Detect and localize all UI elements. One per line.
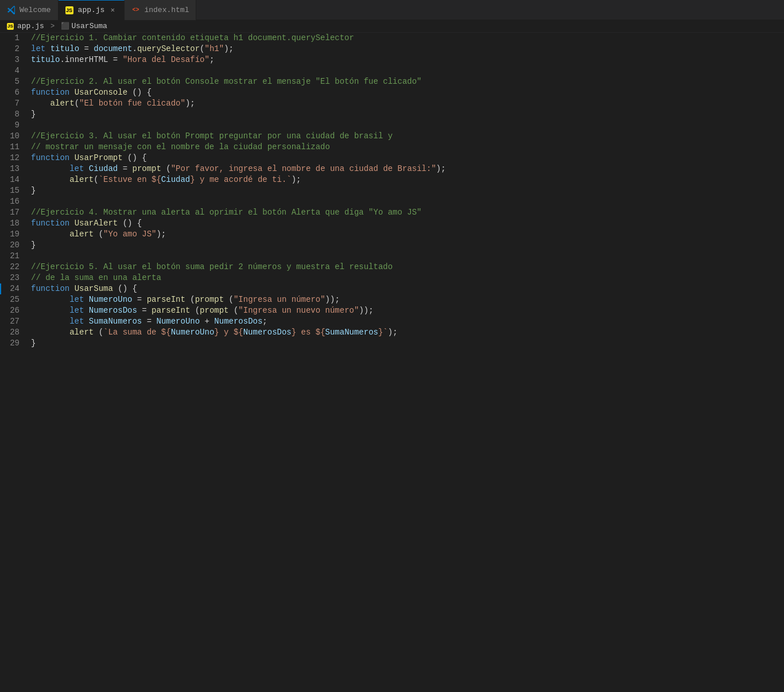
breadcrumb-symbol: UsarSuma <box>71 22 107 30</box>
breadcrumb: JS app.js > ⬛ UsarSuma <box>0 20 784 33</box>
line-number-15: 15 <box>0 185 29 196</box>
line-number-14: 14 <box>0 174 29 185</box>
line-content-5: //Ejercicio 2. Al usar el botón Console … <box>29 76 784 87</box>
line-content-16 <box>29 196 784 207</box>
tab-bar: Welcome JS app.js ✕ <> index.html <box>0 0 784 20</box>
line-number-20: 20 <box>0 240 29 251</box>
code-line-10: 10//Ejercicio 3. Al usar el botón Prompt… <box>0 131 784 142</box>
line-number-1: 1 <box>0 33 29 44</box>
line-content-28: alert (`La suma de ${NumeroUno} y ${Nume… <box>29 327 784 338</box>
line-content-9 <box>29 120 784 131</box>
line-content-6: function UsarConsole () { <box>29 87 784 98</box>
line-content-21 <box>29 251 784 262</box>
tab-appjs[interactable]: JS app.js ✕ <box>59 0 125 20</box>
line-content-14: alert(`Estuve en ${Ciudad} y me acordé d… <box>29 174 784 185</box>
tab-indexhtml[interactable]: <> index.html <box>125 0 196 20</box>
line-number-23: 23 <box>0 273 29 283</box>
line-number-2: 2 <box>0 44 29 55</box>
code-line-8: 8} <box>0 109 784 120</box>
line-number-22: 22 <box>0 262 29 273</box>
code-line-24: 24function UsarSuma () { <box>0 283 784 294</box>
code-line-14: 14 alert(`Estuve en ${Ciudad} y me acord… <box>0 174 784 185</box>
line-number-16: 16 <box>0 196 29 207</box>
line-number-6: 6 <box>0 87 29 98</box>
line-content-19: alert ("Yo amo JS"); <box>29 229 784 240</box>
line-number-25: 25 <box>0 294 29 305</box>
line-content-4 <box>29 65 784 76</box>
line-number-10: 10 <box>0 131 29 142</box>
code-line-3: 3titulo.innerHTML = "Hora del Desafío"; <box>0 55 784 65</box>
code-line-2: 2let titulo = document.querySelector("h1… <box>0 44 784 55</box>
js-tab-icon: JS <box>65 6 73 14</box>
code-line-13: 13 let Ciudad = prompt ("Por favor, ingr… <box>0 164 784 174</box>
line-content-1: //Ejercicio 1. Cambiar contenido etiquet… <box>29 33 784 44</box>
code-line-29: 29} <box>0 338 784 349</box>
line-content-12: function UsarPrompt () { <box>29 153 784 164</box>
line-content-23: // de la suma en una alerta <box>29 273 784 283</box>
tab-indexhtml-label: index.html <box>144 6 189 14</box>
line-number-26: 26 <box>0 305 29 316</box>
tab-close-button[interactable]: ✕ <box>108 6 117 15</box>
code-line-11: 11// mostrar un mensaje con el nombre de… <box>0 142 784 153</box>
code-line-25: 25 let NumeroUno = parseInt (prompt ("In… <box>0 294 784 305</box>
line-content-15: } <box>29 185 784 196</box>
line-content-20: } <box>29 240 784 251</box>
line-content-27: let SumaNumeros = NumeroUno + NumerosDos… <box>29 316 784 327</box>
active-line-indicator <box>0 283 1 294</box>
line-number-4: 4 <box>0 65 29 76</box>
code-line-26: 26 let NumerosDos = parseInt (prompt ("I… <box>0 305 784 316</box>
line-number-9: 9 <box>0 120 29 131</box>
code-line-9: 9 <box>0 120 784 131</box>
line-content-2: let titulo = document.querySelector("h1"… <box>29 44 784 55</box>
line-number-17: 17 <box>0 207 29 218</box>
html-tab-icon: <> <box>131 6 139 14</box>
line-content-24: function UsarSuma () { <box>29 283 784 294</box>
code-line-18: 18function UsarAlert () { <box>0 218 784 229</box>
line-content-17: //Ejercicio 4. Mostrar una alerta al opr… <box>29 207 784 218</box>
breadcrumb-cube-icon: ⬛ <box>61 22 69 30</box>
tab-welcome[interactable]: Welcome <box>0 0 59 20</box>
line-number-19: 19 <box>0 229 29 240</box>
line-content-10: //Ejercicio 3. Al usar el botón Prompt p… <box>29 131 784 142</box>
code-line-15: 15} <box>0 185 784 196</box>
breadcrumb-separator: > <box>46 22 59 30</box>
tab-welcome-label: Welcome <box>20 6 51 14</box>
line-content-25: let NumeroUno = parseInt (prompt ("Ingre… <box>29 294 784 305</box>
tab-appjs-label: app.js <box>78 6 105 14</box>
line-content-13: let Ciudad = prompt ("Por favor, ingresa… <box>29 164 784 174</box>
line-number-29: 29 <box>0 338 29 349</box>
line-number-27: 27 <box>0 316 29 327</box>
code-line-12: 12function UsarPrompt () { <box>0 153 784 164</box>
line-number-3: 3 <box>0 55 29 65</box>
code-line-4: 4 <box>0 65 784 76</box>
code-line-27: 27 let SumaNumeros = NumeroUno + Numeros… <box>0 316 784 327</box>
line-number-12: 12 <box>0 153 29 164</box>
line-content-11: // mostrar un mensaje con el nombre de l… <box>29 142 784 153</box>
code-line-17: 17//Ejercicio 4. Mostrar una alerta al o… <box>0 207 784 218</box>
breadcrumb-file: app.js <box>17 22 44 30</box>
code-line-20: 20} <box>0 240 784 251</box>
line-number-8: 8 <box>0 109 29 120</box>
line-content-3: titulo.innerHTML = "Hora del Desafío"; <box>29 55 784 65</box>
editor[interactable]: 1//Ejercicio 1. Cambiar contenido etique… <box>0 33 784 692</box>
code-line-16: 16 <box>0 196 784 207</box>
line-content-26: let NumerosDos = parseInt (prompt ("Ingr… <box>29 305 784 316</box>
line-number-21: 21 <box>0 251 29 262</box>
line-number-11: 11 <box>0 142 29 153</box>
line-number-7: 7 <box>0 98 29 109</box>
breadcrumb-js-icon: JS <box>7 23 14 30</box>
code-line-23: 23// de la suma en una alerta <box>0 273 784 283</box>
code-line-22: 22//Ejercicio 5. Al usar el botón suma p… <box>0 262 784 273</box>
line-content-7: alert("El botón fue clicado"); <box>29 98 784 109</box>
line-number-5: 5 <box>0 76 29 87</box>
line-number-28: 28 <box>0 327 29 338</box>
code-line-6: 6function UsarConsole () { <box>0 87 784 98</box>
line-content-8: } <box>29 109 784 120</box>
line-content-22: //Ejercicio 5. Al usar el botón suma ped… <box>29 262 784 273</box>
code-line-19: 19 alert ("Yo amo JS"); <box>0 229 784 240</box>
vscode-icon <box>7 5 16 14</box>
line-content-29: } <box>29 338 784 349</box>
code-line-1: 1//Ejercicio 1. Cambiar contenido etique… <box>0 33 784 44</box>
line-number-24: 24 <box>0 283 29 294</box>
code-line-5: 5//Ejercicio 2. Al usar el botón Console… <box>0 76 784 87</box>
